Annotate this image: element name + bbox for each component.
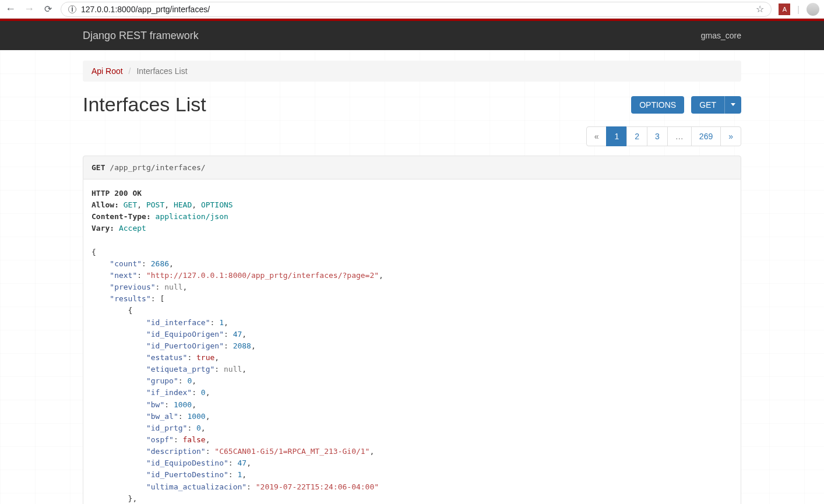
page-3[interactable]: 3 — [647, 126, 668, 146]
response-body: HTTP 200 OK Allow: GET, POST, HEAD, OPTI… — [83, 179, 741, 504]
request-path: /app_prtg/interfaces/ — [110, 163, 205, 172]
profile-avatar[interactable] — [807, 3, 819, 16]
page-2[interactable]: 2 — [626, 126, 647, 146]
page-title: Interfaces List — [83, 93, 206, 116]
address-bar[interactable]: i 127.0.0.1:8000/app_prtg/interfaces/ ☆ — [61, 2, 772, 17]
browser-toolbar: ← → ⟳ i 127.0.0.1:8000/app_prtg/interfac… — [0, 0, 824, 19]
url-text: 127.0.0.1:8000/app_prtg/interfaces/ — [81, 5, 751, 14]
get-button-group: GET — [691, 96, 741, 114]
breadcrumb: Api Root / Interfaces List — [83, 61, 741, 82]
options-button[interactable]: OPTIONS — [631, 96, 684, 114]
forward-button[interactable]: → — [23, 3, 35, 15]
page-prev: « — [586, 126, 607, 146]
reload-button[interactable]: ⟳ — [42, 3, 54, 15]
bookmark-star-icon[interactable]: ☆ — [756, 3, 764, 15]
breadcrumb-root[interactable]: Api Root — [91, 66, 123, 76]
page-ellipsis: … — [667, 126, 692, 146]
content-type-buttons: OPTIONS GET — [631, 96, 741, 114]
navbar-user[interactable]: gmas_core — [701, 31, 741, 40]
pagination: «123…269» — [587, 126, 741, 146]
breadcrumb-current: Interfaces List — [136, 66, 187, 76]
navbar: Django REST framework gmas_core — [0, 21, 824, 50]
breadcrumb-separator: / — [125, 66, 135, 76]
caret-down-icon — [731, 103, 735, 106]
page-269[interactable]: 269 — [691, 126, 721, 146]
site-info-icon[interactable]: i — [68, 5, 76, 13]
page-next[interactable]: » — [720, 126, 741, 146]
get-button[interactable]: GET — [691, 96, 724, 114]
brand-link[interactable]: Django REST framework — [83, 30, 199, 42]
pagination-wrap: «123…269» — [83, 126, 741, 146]
pdf-extension-icon[interactable]: A — [779, 3, 790, 15]
request-method: GET — [91, 163, 105, 172]
get-dropdown-toggle[interactable] — [724, 96, 741, 114]
page-1[interactable]: 1 — [606, 126, 627, 146]
main-container: Api Root / Interfaces List Interfaces Li… — [83, 50, 741, 504]
toolbar-divider: | — [797, 5, 800, 14]
request-info: GET /app_prtg/interfaces/ — [83, 156, 741, 179]
back-button[interactable]: ← — [5, 3, 16, 15]
page-header: Interfaces List OPTIONS GET — [83, 93, 741, 116]
